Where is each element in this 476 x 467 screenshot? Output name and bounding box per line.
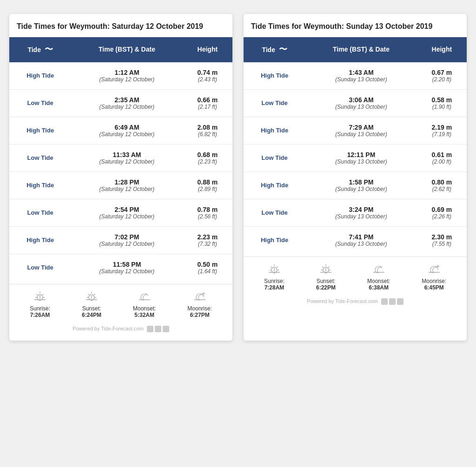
height-main: 2.19 m	[422, 124, 462, 131]
sunset-label: Sunset:	[317, 278, 336, 284]
time-main: 1:58 PM	[310, 178, 412, 186]
moonrise-icon	[193, 291, 206, 304]
height-main: 2.23 m	[187, 233, 228, 241]
sunrise-icon	[33, 291, 46, 304]
moonset-label: Moonset:	[367, 278, 390, 284]
svg-line-6	[42, 294, 43, 295]
height-cell: 0.68 m(2.23 ft)	[183, 144, 232, 171]
tide-type-cell: Low Tide	[9, 144, 71, 171]
moonrise-value: 6:27PM	[190, 312, 210, 318]
table-row: High Tide7:29 AM(Sunday 13 October)2.19 …	[244, 117, 467, 144]
powered-bar: Powered by Tide-Forecast.com	[9, 322, 232, 336]
time-main: 1:28 PM	[76, 178, 178, 186]
tide-type-cell: Low Tide	[244, 89, 305, 117]
col-tide-label: Tide	[262, 46, 275, 53]
height-cell: 0.78 m(2.56 ft)	[183, 199, 232, 226]
time-main: 11:33 AM	[76, 151, 178, 158]
page-container: Tide Times for Weymouth: Saturday 12 Oct…	[9, 14, 467, 341]
sunrise-icon	[268, 263, 281, 276]
wave-icon: 〜	[279, 44, 287, 55]
time-main: 7:41 PM	[310, 233, 412, 241]
height-cell: 0.66 m(2.17 ft)	[183, 89, 232, 117]
time-cell: 11:58 PM(Saturday 12 October)	[71, 254, 182, 281]
powered-text: Powered by Tide-Forecast.com	[73, 326, 143, 331]
table-row: Low Tide12:11 PM(Sunday 13 October)0.61 …	[244, 144, 467, 171]
height-ft: (2.89 ft)	[187, 186, 228, 192]
time-date: (Saturday 12 October)	[76, 158, 178, 165]
height-ft: (2.20 ft)	[422, 76, 462, 83]
table-row: Low Tide3:24 PM(Sunday 13 October)0.69 m…	[244, 199, 467, 226]
table-row: High Tide6:49 AM(Saturday 12 October)2.0…	[9, 117, 232, 144]
col-header-2: Height	[183, 37, 232, 62]
time-main: 3:06 AM	[310, 96, 412, 104]
tide-table-sunday: Tide 〜Time (BST) & DateHeightHigh Tide1:…	[244, 37, 467, 253]
time-cell: 1:12 AM(Saturday 12 October)	[71, 62, 182, 90]
height-ft: (2.17 ft)	[187, 104, 228, 110]
powered-icon-2	[389, 298, 396, 305]
col-tide-label: Tide	[27, 46, 41, 53]
time-date: (Saturday 12 October)	[76, 268, 178, 275]
tide-type-cell: High Tide	[9, 117, 71, 144]
time-cell: 3:24 PM(Sunday 13 October)	[305, 199, 416, 226]
sunrise-label: Sunrise:	[264, 278, 284, 284]
time-main: 2:54 PM	[76, 206, 178, 213]
table-row: High Tide7:02 PM(Saturday 12 October)2.2…	[9, 226, 232, 254]
moonrise-label: Moonrise:	[422, 278, 446, 284]
table-row: Low Tide11:58 PM(Saturday 12 October)0.5…	[9, 254, 232, 281]
height-cell: 0.58 m(1.90 ft)	[417, 89, 467, 117]
height-main: 0.69 m	[422, 206, 462, 213]
powered-icon-1	[381, 298, 388, 305]
time-main: 7:29 AM	[310, 124, 412, 131]
height-ft: (2.62 ft)	[422, 186, 462, 192]
powered-icon-2	[155, 326, 161, 332]
tide-table-saturday: Tide 〜Time (BST) & DateHeightHigh Tide1:…	[9, 37, 232, 281]
height-ft: (2.56 ft)	[187, 213, 228, 220]
wave-icon: 〜	[45, 44, 53, 55]
powered-text: Powered by Tide-Forecast.com	[307, 298, 377, 304]
height-ft: (6.82 ft)	[187, 131, 228, 138]
time-date: (Sunday 13 October)	[310, 241, 412, 247]
svg-line-13	[88, 294, 89, 295]
moonset-icon	[372, 263, 385, 276]
svg-line-25	[277, 266, 278, 267]
time-cell: 12:11 PM(Sunday 13 October)	[305, 144, 416, 171]
height-ft: (1.90 ft)	[422, 104, 462, 110]
col-header-0: Tide 〜	[9, 37, 71, 62]
time-cell: 2:35 AM(Saturday 12 October)	[71, 89, 182, 117]
time-cell: 7:02 PM(Saturday 12 October)	[71, 226, 182, 254]
height-main: 0.61 m	[422, 151, 462, 158]
time-cell: 6:49 AM(Saturday 12 October)	[71, 117, 182, 144]
table-row: High Tide7:41 PM(Sunday 13 October)2.30 …	[244, 226, 467, 254]
time-cell: 1:28 PM(Saturday 12 October)	[71, 171, 182, 199]
time-main: 3:24 PM	[310, 206, 412, 213]
height-main: 0.50 m	[187, 261, 228, 268]
height-cell: 0.88 m(2.89 ft)	[183, 171, 232, 199]
tide-type-cell: High Tide	[244, 117, 305, 144]
svg-line-32	[323, 266, 324, 267]
moonrise-value: 6:45PM	[424, 284, 444, 291]
col-header-1: Time (BST) & Date	[71, 37, 182, 62]
height-cell: 2.08 m(6.82 ft)	[183, 117, 232, 144]
svg-line-14	[94, 294, 95, 295]
time-date: (Saturday 12 October)	[76, 76, 178, 83]
time-date: (Sunday 13 October)	[310, 104, 412, 110]
powered-icon-3	[397, 298, 403, 305]
time-date: (Sunday 13 October)	[310, 131, 412, 138]
sun-moon-item-sunrise: Sunrise:7:26AM	[30, 291, 50, 318]
table-row: High Tide1:43 AM(Sunday 13 October)0.67 …	[244, 62, 467, 90]
time-main: 1:12 AM	[76, 69, 178, 76]
height-ft: (2.43 ft)	[187, 76, 228, 83]
time-cell: 7:29 AM(Sunday 13 October)	[305, 117, 416, 144]
tide-type-cell: Low Tide	[244, 144, 305, 171]
sun-moon-item-moonrise: Moonrise:6:45PM	[422, 263, 446, 291]
time-main: 12:11 PM	[310, 151, 412, 158]
time-date: (Sunday 13 October)	[310, 213, 412, 220]
col-header-0: Tide 〜	[244, 37, 305, 62]
sun-moon-bar: Sunrise:7:28AM Sunset:6:22PM Moonset:6:3…	[244, 257, 467, 295]
col-header-1: Time (BST) & Date	[305, 37, 416, 62]
table-row: High Tide1:12 AM(Saturday 12 October)0.7…	[9, 62, 232, 90]
tide-type-cell: High Tide	[9, 171, 71, 199]
col-header-2: Height	[417, 37, 467, 62]
sun-moon-bar: Sunrise:7:26AM Sunset:6:24PM Moonset:5:3…	[9, 284, 232, 322]
powered-icons	[147, 326, 169, 332]
